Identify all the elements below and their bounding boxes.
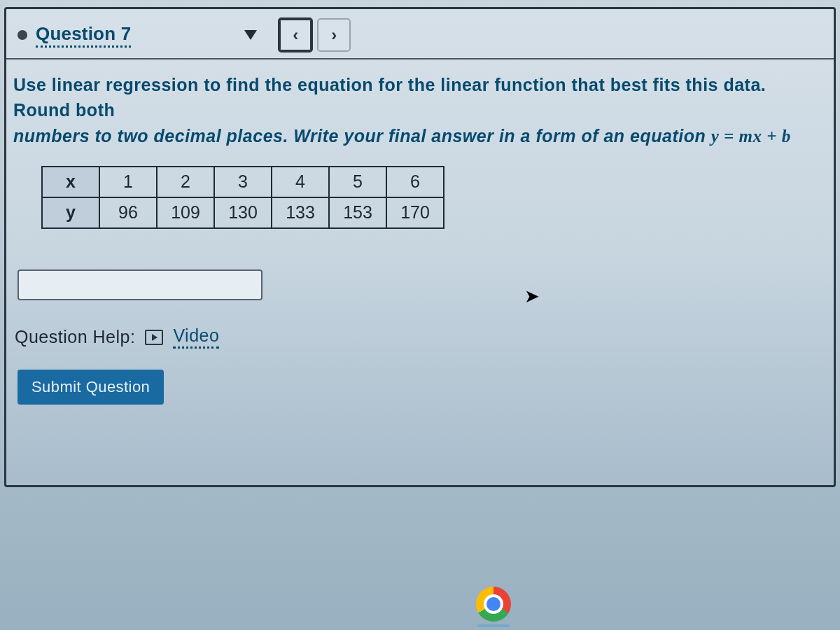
help-label: Question Help: [15, 327, 135, 347]
question-title[interactable]: Question 7 [36, 23, 131, 48]
prompt-equation: y = mx + b [711, 127, 791, 146]
table-row: y 96 109 130 133 153 170 [42, 197, 444, 228]
question-content: Use linear regression to find the equati… [6, 59, 834, 419]
table-cell: 4 [272, 167, 329, 197]
help-row: Question Help: Video [15, 326, 827, 349]
table-cell: 5 [329, 167, 386, 197]
status-dot-icon [18, 30, 27, 40]
table-cell: 2 [157, 167, 214, 197]
table-row: x 1 2 3 4 5 6 [42, 167, 444, 197]
table-cell: 6 [386, 167, 444, 197]
table-cell: 109 [157, 197, 214, 228]
prompt-line-1: Use linear regression to find the equati… [13, 75, 766, 120]
table-cell: 170 [386, 197, 444, 228]
submit-question-button[interactable]: Submit Question [18, 370, 164, 405]
table-cell: 133 [272, 197, 329, 228]
dropdown-caret-icon[interactable] [244, 30, 257, 40]
taskbar-active-indicator [477, 624, 510, 627]
video-link[interactable]: Video [173, 326, 219, 349]
prompt-line-2: numbers to two decimal places. Write you… [13, 126, 711, 146]
video-icon [145, 330, 163, 345]
question-header: Question 7 ‹ › [6, 9, 834, 59]
question-prompt: Use linear regression to find the equati… [13, 72, 827, 149]
table-cell: 130 [214, 197, 272, 228]
data-table: x 1 2 3 4 5 6 y 96 109 130 133 153 170 [41, 166, 444, 229]
row-label-x: x [42, 167, 99, 197]
answer-input[interactable] [18, 270, 262, 300]
nav-group: ‹ › [278, 18, 351, 52]
next-question-button[interactable]: › [317, 18, 351, 52]
table-cell: 3 [214, 167, 272, 197]
prev-question-button[interactable]: ‹ [278, 18, 313, 52]
question-panel: Question 7 ‹ › Use linear regression to … [4, 7, 836, 487]
row-label-y: y [42, 197, 99, 228]
table-cell: 96 [99, 197, 157, 228]
taskbar-chrome-icon[interactable] [476, 587, 511, 622]
table-cell: 1 [99, 167, 157, 197]
table-cell: 153 [329, 197, 386, 228]
